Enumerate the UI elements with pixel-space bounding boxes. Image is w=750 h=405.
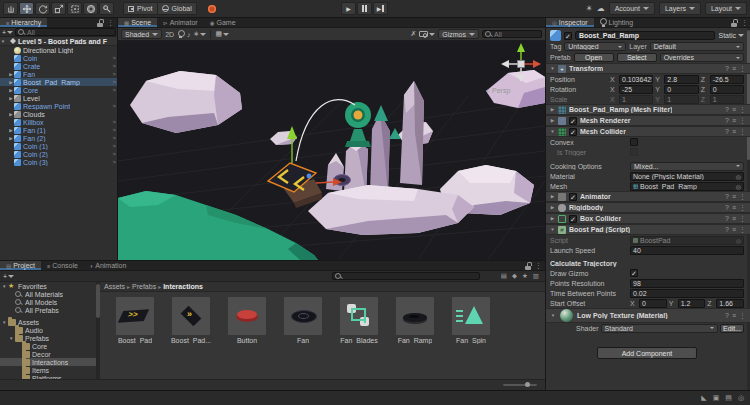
asset-item[interactable]: Button — [220, 297, 274, 344]
project-search-input[interactable] — [332, 272, 480, 280]
breadcrumb-segment[interactable]: Assets — [104, 283, 130, 290]
hierarchy-item[interactable]: Coin > — [0, 54, 118, 62]
help-icon[interactable]: ? — [725, 117, 729, 125]
create-object-button[interactable]: + — [2, 29, 13, 36]
mesh-collider-component-header[interactable]: ▼ ✓ Mesh Collider ?≡⋮ — [546, 126, 750, 137]
breadcrumb-segment[interactable]: Interactions — [163, 283, 205, 290]
tab-console[interactable]: ≡Console — [41, 261, 84, 270]
scene-root-row[interactable]: ▼ Level 5 - Boost Pads and F — [0, 37, 118, 46]
thumbnail-size-slider[interactable] — [503, 384, 537, 386]
custom-tool-button[interactable] — [99, 2, 114, 15]
asset-item[interactable]: Fan_Blades — [332, 297, 386, 344]
kebab-menu-icon[interactable]: ⋮ — [739, 215, 746, 223]
tree-item[interactable]: All Prefabs — [0, 306, 96, 314]
hierarchy-item[interactable]: ▶ Core > — [0, 86, 118, 94]
is-trigger-checkbox[interactable] — [630, 148, 638, 156]
breadcrumb-segment[interactable]: Prefabs — [132, 283, 161, 290]
component-enabled-checkbox[interactable]: ✓ — [569, 215, 577, 223]
auto-generate-lighting-icon[interactable]: ◣ — [701, 394, 706, 402]
scale-x-field[interactable]: 1 — [619, 95, 653, 104]
component-tools-button[interactable]: ✗ — [410, 30, 416, 38]
create-asset-button[interactable]: + — [3, 273, 14, 280]
help-icon[interactable]: ? — [725, 65, 729, 73]
services-icon[interactable]: ☀ — [585, 4, 592, 13]
position-y-field[interactable]: 2.8 — [664, 75, 698, 84]
prefab-open-chevron[interactable]: > — [112, 127, 116, 133]
grid-settings-dropdown[interactable]: ▦ — [215, 30, 229, 38]
expand-arrow-icon[interactable]: ▼ — [550, 66, 555, 71]
rotation-y-field[interactable]: 0 — [664, 85, 698, 94]
scene-audio-toggle[interactable]: ♪ — [187, 31, 191, 38]
hierarchy-item[interactable]: ▶ Clouds — [0, 110, 118, 118]
tree-item[interactable]: ▼ Favorites — [0, 282, 96, 290]
object-picker-icon[interactable]: ◎ — [736, 173, 741, 180]
play-button[interactable]: ▶ — [341, 2, 356, 15]
position-x-field[interactable]: 0.1036425 — [619, 75, 653, 84]
pivot-toggle-button[interactable]: Pivot — [123, 2, 158, 15]
expand-arrow-icon[interactable]: ▶ — [550, 205, 555, 210]
presets-icon[interactable]: ≡ — [732, 117, 736, 125]
shader-edit-button[interactable]: Edit... — [720, 324, 744, 333]
saved-searches-icon[interactable]: ★ — [522, 272, 528, 280]
prefab-open-chevron[interactable]: > — [112, 103, 116, 109]
hierarchy-item[interactable]: Coin (3) > — [0, 158, 118, 166]
cooking-options-dropdown[interactable]: Mixed... — [630, 162, 744, 171]
help-icon[interactable]: ? — [725, 215, 729, 223]
time-between-points-field[interactable]: 0.02 — [630, 289, 744, 298]
rigidbody-component-header[interactable]: ▶ Rigidbody ?≡⋮ — [546, 202, 750, 213]
search-by-type-icon[interactable]: ▤ — [501, 272, 507, 280]
presets-icon[interactable]: ≡ — [732, 65, 736, 73]
transform-tool-button[interactable] — [83, 2, 98, 15]
help-icon[interactable]: ? — [725, 312, 729, 320]
search-by-label-icon[interactable]: ◆ — [512, 272, 517, 280]
console-message-icon[interactable]: ▣ — [713, 394, 720, 402]
scale-z-field[interactable]: 1 — [710, 95, 744, 104]
asset-item[interactable]: Fan — [276, 297, 330, 344]
presets-icon[interactable]: ≡ — [732, 128, 736, 136]
collab-history-icon[interactable]: ▤ — [725, 394, 732, 402]
kebab-menu-icon[interactable]: ⋮ — [739, 117, 746, 125]
lock-icon[interactable] — [525, 262, 532, 270]
gameobject-name-field[interactable]: Boost_Pad_Ramp — [575, 31, 715, 40]
static-dropdown[interactable]: Static — [718, 32, 744, 39]
component-enabled-checkbox[interactable]: ✓ — [569, 128, 577, 136]
presets-icon[interactable]: ≡ — [732, 193, 736, 201]
hierarchy-item[interactable]: Respawn Point > — [0, 102, 118, 110]
prefab-overrides-dropdown[interactable]: Overrides — [660, 53, 744, 62]
shading-mode-dropdown[interactable]: Shaded — [121, 29, 162, 39]
hierarchy-item[interactable]: ▶ Fan > — [0, 70, 118, 78]
prefab-open-button[interactable]: Open — [574, 53, 614, 62]
tab-game[interactable]: ◉Game — [204, 18, 242, 27]
start-offset-z-field[interactable]: 1.66 — [716, 299, 744, 308]
prefab-open-chevron[interactable]: > — [112, 55, 116, 61]
prefab-open-chevron[interactable]: > — [112, 79, 116, 85]
prefab-open-chevron[interactable]: > — [112, 143, 116, 149]
kebab-menu-icon[interactable]: ⋮ — [739, 226, 746, 234]
shader-dropdown[interactable]: Standard — [601, 324, 719, 333]
tree-item[interactable]: Core — [0, 342, 96, 350]
asset-item[interactable]: Boost_Pad — [108, 297, 162, 344]
expand-arrow-icon[interactable]: ▶ — [550, 194, 555, 199]
box-collider-component-header[interactable]: ▶ ✓ Box Collider ?≡⋮ — [546, 213, 750, 224]
boost-pad-script-header[interactable]: ▼ # Boost Pad (Script) ?≡⋮ — [546, 224, 750, 235]
hidden-packages-icon[interactable]: ▥ — [533, 272, 539, 280]
y-axis-label[interactable]: Y — [655, 76, 662, 83]
hierarchy-item[interactable]: ▶ Boost_Pad_Ramp > — [0, 78, 118, 86]
layout-dropdown[interactable]: Layout — [705, 2, 747, 15]
expand-arrow-icon[interactable]: ▼ — [0, 39, 6, 44]
global-toggle-button[interactable]: Global — [158, 2, 197, 15]
help-icon[interactable]: ? — [725, 193, 729, 201]
add-component-button[interactable]: Add Component — [597, 347, 697, 359]
progress-spinner-icon[interactable]: ◎ — [738, 394, 744, 402]
component-enabled-checkbox[interactable]: ✓ — [569, 193, 577, 201]
kebab-menu-icon[interactable]: ⋮ — [535, 262, 542, 270]
tree-item[interactable]: Items — [0, 366, 96, 374]
rotation-z-field[interactable]: 0 — [710, 85, 744, 94]
scene-viewport[interactable]: < Persp — [118, 41, 545, 260]
hierarchy-item[interactable]: ▶ Fan (2) > — [0, 134, 118, 142]
presets-icon[interactable]: ≡ — [732, 226, 736, 234]
prefab-open-chevron[interactable]: > — [112, 119, 116, 125]
prefab-open-chevron[interactable]: > — [112, 87, 116, 93]
expand-arrow-icon[interactable]: ▼ — [550, 227, 555, 232]
expand-arrow-icon[interactable]: ▶ — [550, 107, 555, 112]
